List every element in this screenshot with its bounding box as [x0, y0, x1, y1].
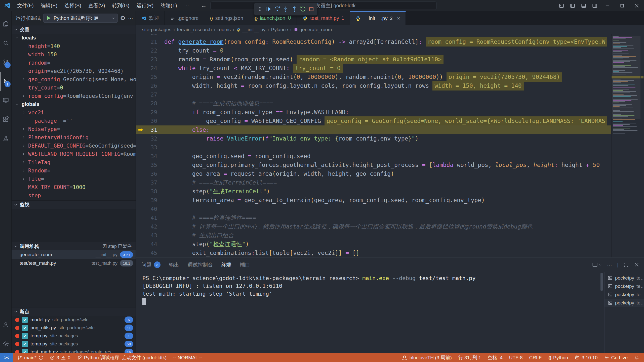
step-into-icon[interactable] — [282, 5, 290, 13]
variables-scope-globals[interactable]: globals — [12, 100, 136, 108]
menu-选择(S)[interactable]: 选择(S) — [61, 1, 84, 10]
code-line-23[interactable]: 23 random = Random(room_config.seed)rand… — [136, 55, 611, 64]
breadcrumb-item[interactable]: __init__.py — [236, 27, 265, 32]
window-close-icon[interactable] — [629, 0, 644, 11]
debug-config-dropdown[interactable]: Python 调试程序: 启 — [43, 14, 118, 23]
remote-indicator[interactable]: >< — [0, 353, 13, 362]
panel-left-toggle-icon[interactable] — [567, 0, 578, 11]
panel-tab-问题[interactable]: 问题3 — [141, 258, 160, 272]
command-center-search[interactable]: [扩展开发宿主] godot-ldtk — [210, 2, 437, 10]
status-item-UTF-8[interactable]: UTF-8 — [509, 355, 523, 360]
code-editor[interactable]: 20 21def generate_room(room_config: Room… — [136, 34, 644, 257]
menu-终端(T)[interactable]: 终端(T) — [157, 1, 180, 10]
code-line-43[interactable]: 43 # 生成出口组合 — [136, 231, 611, 240]
variable-row[interactable]: Random = — [12, 166, 136, 175]
terminal-session-item[interactable]: pocketpyte… — [605, 274, 644, 282]
code-line-24[interactable]: 24 while try_count < MAX_TRY_COUNT:try_c… — [136, 64, 611, 73]
activity-settings[interactable] — [0, 334, 12, 353]
status-item--4[interactable]: 空格: 4 — [488, 354, 503, 361]
panel-bottom-toggle-icon[interactable] — [578, 0, 589, 11]
breadcrumb-item[interactable]: terrain_research — [177, 27, 212, 32]
variable-row[interactable]: Tile = — [12, 175, 136, 183]
breakpoint-row[interactable]: test_math.pysite-packages\terrain_res… 1… — [12, 348, 136, 353]
more-actions-icon[interactable]: ··· — [128, 15, 133, 21]
variable-row[interactable]: PlanetaryWindConfig = — [12, 133, 136, 142]
code-line-25[interactable]: 25 origin = vec2i(random.randint(0, 1000… — [136, 73, 611, 81]
status-item-3[interactable]: 30 — [50, 355, 70, 360]
breadcrumb-item[interactable]: Pylance — [271, 27, 288, 32]
close-panel-icon[interactable] — [634, 262, 639, 267]
status-item--NORMAL-[interactable]: -- NORMAL -- — [173, 355, 202, 360]
continue-icon[interactable] — [265, 5, 272, 13]
variables-scope-locals[interactable]: locals — [12, 34, 136, 42]
call-stack-section-header[interactable]: 调用堆栈 因 step 已暂停 — [12, 242, 136, 250]
code-line-28[interactable]: 28 # ====生成初始地理信息==== — [136, 99, 611, 108]
code-line-21[interactable]: 21def generate_room(room_config: RoomReq… — [136, 37, 611, 46]
code-line-38[interactable]: 38 step("生成TerrainCell") — [136, 187, 611, 196]
variable-row[interactable]: width = 150 — [12, 50, 136, 59]
code-line-35[interactable]: 35 geo_config.primary_forces.geothermal_… — [136, 161, 611, 169]
code-line-37[interactable]: 37 # ====生成TerrainCell==== — [136, 178, 611, 187]
activity-extensions[interactable] — [0, 110, 12, 129]
menu-查看(V)[interactable]: 查看(V) — [85, 1, 108, 10]
code-line-22[interactable]: 22 try_count = 0 — [136, 46, 611, 55]
maximize-panel-icon[interactable] — [623, 262, 629, 267]
breakpoint-row[interactable]: temp.pysite-packages 1 — [12, 332, 136, 340]
menu-转到(G)[interactable]: 转到(G) — [109, 1, 133, 10]
terminal-session-item[interactable]: pocketpyte… — [605, 290, 644, 299]
activity-run-debug[interactable]: 1 — [0, 72, 12, 91]
panel-tab-输出[interactable]: 输出 — [169, 258, 179, 272]
breakpoints-section-header[interactable]: 断点 — [12, 307, 136, 316]
tab-__init__.py[interactable]: __init__.py2 × — [350, 11, 406, 25]
menu-运行(R)[interactable]: 运行(R) — [133, 1, 156, 10]
restart-icon[interactable] — [299, 5, 307, 13]
status-item-Python[interactable]: {}Python — [548, 355, 568, 360]
menu-文件(F)[interactable]: 文件(F) — [14, 1, 37, 10]
code-line-42[interactable]: 42 # 计算每一个出口的中心，然后使用astar生成路径，确保每一个出口组合都… — [136, 222, 611, 231]
start-debug-icon[interactable] — [46, 15, 52, 21]
code-line-32[interactable]: 32 raise ValueError(f"Invalid env type: … — [136, 134, 611, 143]
code-line-30[interactable]: 30 geo_config = WASTELAND_GEO_CONFIGgeo_… — [136, 117, 611, 125]
nav-back-icon[interactable]: ← — [201, 2, 207, 9]
status-item[interactable] — [634, 355, 639, 360]
code-line-29[interactable]: 29 if room_config.env_type == EnvType.WA… — [136, 108, 611, 117]
variable-row[interactable]: WASTELAND_ROOM_REQUEST_CONFIG = RoomR… — [12, 150, 136, 158]
code-line-34[interactable]: 34 geo_config.seed = room_config.seed — [136, 152, 611, 161]
watch-section-header[interactable]: 监视 — [12, 200, 136, 209]
variables-section-header[interactable]: 变量 — [12, 25, 136, 34]
tab-settings.json[interactable]: {} settings.json — [204, 11, 249, 25]
variable-row[interactable]: NoiseType = — [12, 125, 136, 133]
variable-row[interactable]: origin = vec2i(7205730, 9024468) — [12, 67, 136, 75]
minimap[interactable] — [611, 34, 640, 257]
panel-right-toggle-icon[interactable] — [589, 0, 600, 11]
stack-frame[interactable]: generate_room__init__.py 31:1 — [12, 250, 136, 259]
variable-row[interactable]: height = 140 — [12, 42, 136, 50]
step-over-icon[interactable] — [273, 5, 281, 13]
stack-frame[interactable]: test/test_math.pytest_math.py 16:1 — [12, 259, 136, 267]
panel-tab-终端[interactable]: 终端 — [221, 258, 231, 272]
variable-row[interactable]: step = — [12, 191, 136, 200]
tab-.gdignore[interactable]: .gdignore — [165, 11, 204, 25]
activity-testing[interactable] — [0, 129, 12, 148]
breakpoint-checkbox[interactable] — [22, 341, 28, 347]
status-item-Go-Live[interactable]: Go Live — [604, 355, 628, 360]
variable-row[interactable]: random = — [12, 59, 136, 67]
breakpoint-row[interactable]: temp.pysite-packages 58 — [12, 340, 136, 348]
code-line-40[interactable]: 40 — [136, 205, 611, 213]
code-line-44[interactable]: 44 step("检查连通性") — [136, 240, 611, 249]
code-line-31[interactable]: 31 else: — [136, 125, 611, 134]
code-line-27[interactable]: 27 — [136, 90, 611, 99]
breadcrumb-item[interactable]: site-packages — [142, 27, 171, 32]
code-line-33[interactable]: 33 — [136, 143, 611, 152]
breakpoint-row[interactable]: png_utils.pysite-packages\wfc 11 — [12, 324, 136, 332]
activity-explorer[interactable] — [0, 14, 12, 33]
panel-tab-调试控制台[interactable]: 调试控制台 — [188, 258, 213, 272]
status-item--31-1[interactable]: 行 31, 列 1 — [458, 354, 481, 361]
variable-row[interactable]: TileTag = — [12, 158, 136, 166]
activity-source-control[interactable]: 3 — [0, 53, 12, 72]
variable-row[interactable]: DEFAULT_GEO_CONFIG = GeoConfig(seed=1… — [12, 142, 136, 150]
breadcrumb-item[interactable]: generate_room — [294, 27, 332, 32]
variable-row[interactable]: try_count = 0 — [12, 83, 136, 92]
status-item-Python-godot-ldtk-[interactable]: Python 调试程序: 启动文件 (godot-ldtk) — [77, 354, 167, 361]
code-line-20[interactable]: 20 — [136, 34, 611, 37]
